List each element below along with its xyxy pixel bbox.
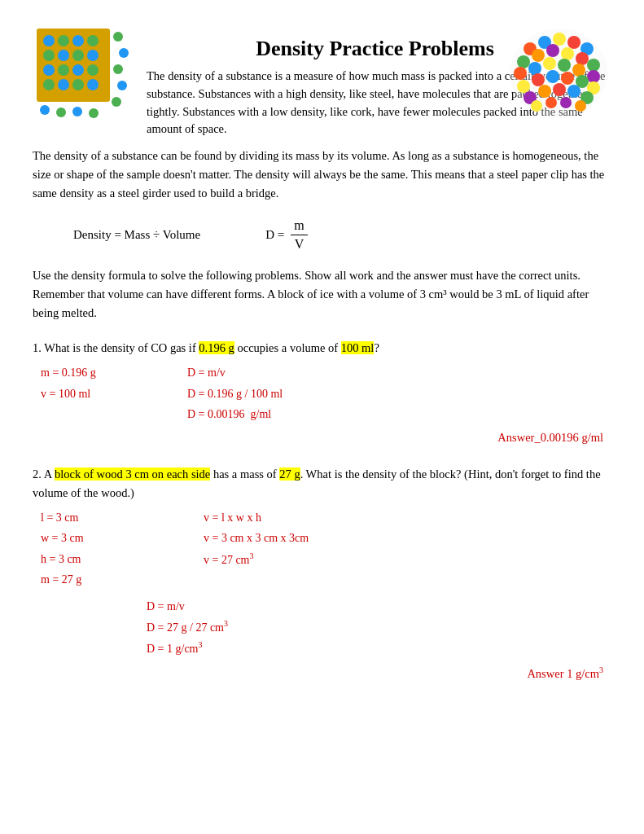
- svg-point-30: [567, 36, 580, 49]
- problem-1-col2: D = m/v D = 0.196 g / 100 ml D = 0.00196…: [187, 362, 391, 424]
- p2-bot-r2: D = 27 g / 27 cm3: [147, 617, 611, 638]
- svg-point-55: [531, 100, 542, 112]
- intro-paragraph-2: The density of a substance can be found …: [33, 147, 611, 204]
- svg-point-22: [40, 105, 50, 115]
- p2-bot-r1: D = m/v: [147, 596, 611, 617]
- svg-point-40: [543, 57, 556, 70]
- svg-point-13: [43, 79, 55, 90]
- svg-point-2: [58, 35, 69, 46]
- instructions: Use the density formula to solve the fol…: [33, 266, 611, 323]
- problem-1-col2-row3: D = 0.00196 g/ml: [187, 404, 391, 424]
- svg-point-17: [113, 32, 123, 42]
- p2-c2-r3: v = 27 cm3: [204, 549, 342, 570]
- svg-point-44: [517, 80, 530, 93]
- problem-1-col2-row1: D = m/v: [187, 362, 391, 383]
- svg-point-18: [119, 48, 129, 58]
- svg-point-57: [560, 97, 572, 108]
- problem-1-answer-label: Answer_: [497, 431, 540, 444]
- svg-point-45: [532, 73, 545, 86]
- molecule-cube-image: [506, 24, 611, 122]
- p2-c2-r2: v = 3 cm x 3 cm x 3cm: [204, 528, 342, 548]
- svg-point-52: [553, 83, 566, 96]
- problem-2-pre: A: [44, 467, 55, 481]
- fraction-denominator: V: [291, 235, 308, 252]
- problem-1-col2-row2: D = 0.196 g / 100 ml: [187, 384, 391, 404]
- problem-1-highlight1: 0.196 g: [199, 341, 234, 354]
- p2-c2-r1: v = l x w x h: [204, 507, 342, 528]
- svg-point-5: [43, 50, 55, 61]
- svg-point-25: [89, 108, 99, 118]
- formula-equation: D = m V: [265, 218, 308, 252]
- svg-point-12: [87, 64, 99, 76]
- density-formula: Density = Mass ÷ Volume D = m V: [33, 218, 611, 252]
- problem-2-number: 2.: [33, 467, 42, 481]
- svg-point-14: [58, 79, 69, 90]
- svg-point-19: [113, 64, 123, 74]
- problem-1-end: ?: [374, 341, 379, 354]
- problem-1-highlight2: 100 ml: [341, 341, 375, 354]
- svg-point-32: [517, 55, 530, 68]
- page-header: Density Practice Problems The density of…: [33, 24, 611, 138]
- svg-point-39: [528, 62, 541, 75]
- molecule-grid-image: [33, 24, 130, 122]
- problem-2-highlight1: block of wood 3 cm on each side: [55, 467, 210, 481]
- svg-point-24: [72, 107, 82, 116]
- problem-1-col1-row2: v = 100 ml: [41, 384, 187, 404]
- svg-point-11: [72, 64, 84, 76]
- svg-point-8: [87, 50, 99, 61]
- problem-2: 2. A block of wood 3 cm on each side has…: [33, 465, 611, 681]
- svg-point-46: [546, 70, 559, 83]
- problem-2-answer-value: 1 g/cm3: [567, 667, 603, 680]
- svg-point-37: [587, 59, 600, 72]
- svg-point-20: [117, 81, 127, 90]
- formula-words: Density = Mass ÷ Volume: [73, 228, 200, 242]
- problem-1-question: 1. What is the density of CO gas if 0.19…: [33, 339, 611, 358]
- svg-point-9: [43, 64, 55, 76]
- svg-point-33: [532, 49, 545, 62]
- svg-point-51: [538, 85, 551, 98]
- problem-2-col1: l = 3 cm w = 3 cm h = 3 cm m = 27 g: [41, 507, 155, 590]
- svg-point-29: [553, 33, 566, 46]
- problem-2-mid: has a mass of: [210, 467, 279, 481]
- svg-point-4: [87, 35, 99, 46]
- p2-c1-r4: m = 27 g: [41, 569, 155, 590]
- svg-point-7: [72, 50, 84, 61]
- problem-2-work-top: l = 3 cm w = 3 cm h = 3 cm m = 27 g v = …: [41, 507, 611, 590]
- p2-c1-r2: w = 3 cm: [41, 528, 155, 548]
- svg-point-6: [58, 50, 69, 61]
- svg-point-34: [546, 44, 559, 57]
- svg-point-16: [87, 79, 99, 90]
- problem-1-work: m = 0.196 g v = 100 ml D = m/v D = 0.196…: [41, 362, 611, 424]
- problem-1-answer-value: 0.00196 g/ml: [541, 431, 603, 444]
- svg-point-35: [561, 47, 574, 60]
- svg-point-41: [558, 59, 571, 72]
- problem-1-number: 1.: [33, 341, 42, 354]
- svg-point-43: [587, 70, 600, 83]
- fraction: m V: [291, 218, 307, 252]
- svg-point-15: [72, 79, 84, 90]
- svg-point-38: [514, 67, 527, 80]
- svg-point-56: [545, 97, 557, 108]
- fraction-numerator: m: [291, 218, 307, 235]
- p2-bot-r3: D = 1 g/cm3: [147, 638, 611, 659]
- problem-2-answer: Answer 1 g/cm3: [33, 665, 611, 681]
- svg-point-1: [43, 35, 55, 46]
- problem-1: 1. What is the density of CO gas if 0.19…: [33, 339, 611, 445]
- problem-2-col2: v = l x w x h v = 3 cm x 3 cm x 3cm v = …: [155, 507, 342, 590]
- svg-point-23: [56, 108, 66, 117]
- svg-point-3: [72, 35, 84, 46]
- p2-c1-r3: h = 3 cm: [41, 549, 155, 569]
- svg-point-53: [567, 85, 580, 98]
- problem-1-col1: m = 0.196 g v = 100 ml: [41, 362, 187, 424]
- svg-point-47: [561, 72, 574, 85]
- svg-point-36: [576, 52, 589, 65]
- formula-d-label: D =: [265, 228, 284, 242]
- problem-1-pre: What is the density of CO gas if: [44, 341, 199, 354]
- svg-point-58: [575, 100, 586, 112]
- problem-1-mid: occupies a volume of: [234, 341, 341, 354]
- problem-1-answer: Answer_0.00196 g/ml: [33, 431, 611, 445]
- problem-2-bottom-work: D = m/v D = 27 g / 27 cm3 D = 1 g/cm3: [147, 596, 611, 659]
- svg-point-42: [572, 64, 585, 77]
- svg-point-21: [112, 97, 121, 107]
- problem-1-col1-row1: m = 0.196 g: [41, 362, 187, 383]
